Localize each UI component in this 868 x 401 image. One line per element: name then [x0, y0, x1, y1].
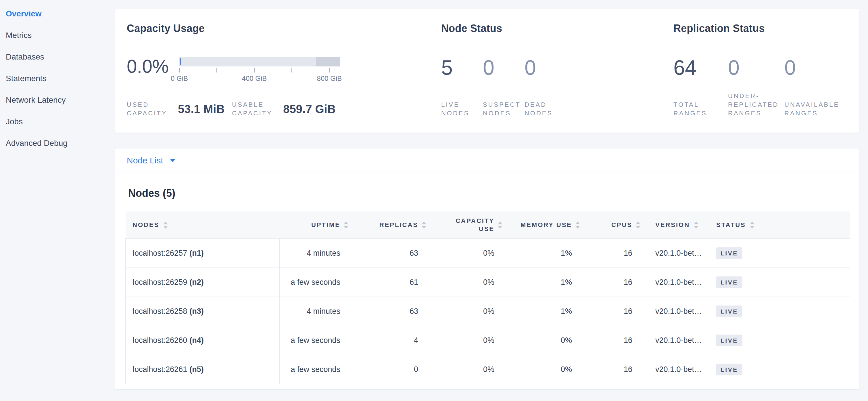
uptime-cell: 4 minutes [280, 239, 352, 268]
version-cell: v20.1.0-bet… [644, 355, 707, 384]
uptime-cell: a few seconds [280, 355, 352, 384]
axis-label-0: 0 GiB [171, 75, 188, 83]
capacity-bar-reserved-segment [316, 57, 340, 66]
live-nodes-label: LIVE NODES [441, 101, 483, 118]
node-id: (n2) [189, 278, 204, 287]
axis-label-800: 800 GiB [317, 75, 342, 83]
capacity-use-cell: 0% [430, 239, 506, 268]
node-address: localhost:26259 [133, 278, 187, 287]
table-row: localhost:26260(n4) a few seconds 4 0% 0… [126, 326, 850, 355]
column-label-status: STATUS [716, 221, 746, 229]
column-header-replicas[interactable]: REPLICAS [352, 211, 430, 239]
capacity-bar [179, 57, 340, 66]
node-address-cell[interactable]: localhost:26260(n4) [126, 326, 280, 355]
capacity-axis-labels: 0 GiB 400 GiB 800 GiB [179, 75, 340, 83]
sidebar-item-statements[interactable]: Statements [6, 67, 115, 89]
sort-icon [632, 222, 644, 229]
sort-icon [163, 222, 168, 229]
used-capacity-value: 53.1 MiB [178, 103, 224, 116]
dead-nodes-value: 0 [525, 56, 566, 80]
sort-icon [572, 222, 584, 229]
sidebar-item-jobs[interactable]: Jobs [6, 111, 115, 132]
column-label-memory-use: MEMORY USE [521, 221, 572, 229]
replicas-cell: 63 [352, 297, 430, 326]
node-list-selector-bar: Node List [115, 148, 859, 173]
sidebar-item-databases[interactable]: Databases [6, 46, 115, 67]
node-id: (n4) [189, 336, 204, 345]
usable-capacity-stat: USABLE CAPACITY 859.7 GiB [232, 101, 335, 118]
node-status-section: Node Status 5 LIVE NODES 0 SUSPECT NODES… [441, 22, 674, 133]
usable-capacity-value: 859.7 GiB [283, 103, 335, 116]
sort-icon [340, 222, 352, 229]
capacity-use-cell: 0% [430, 355, 506, 384]
node-status-title: Node Status [441, 22, 674, 35]
node-address-cell[interactable]: localhost:26259(n2) [126, 268, 280, 297]
node-address: localhost:26260 [133, 336, 187, 345]
nodes-table-title: Nodes (5) [128, 187, 847, 199]
cpus-cell: 16 [584, 268, 644, 297]
node-id: (n1) [189, 249, 204, 257]
suspect-nodes-value: 0 [483, 56, 525, 80]
used-capacity-label: USED CAPACITY [127, 101, 178, 118]
table-row: localhost:26259(n2) a few seconds 61 0% … [126, 268, 850, 297]
status-cell: LIVE [707, 239, 850, 268]
nodes-table-card: Nodes (5) NODES UPTIME REPLICAS CAPACITY… [115, 173, 859, 390]
column-header-memory-use[interactable]: MEMORY USE [506, 211, 584, 239]
version-cell: v20.1.0-bet… [644, 268, 707, 297]
status-cell: LIVE [707, 326, 850, 355]
total-ranges-stat: 64 TOTAL RANGES [674, 56, 728, 118]
column-label-version: VERSION [655, 221, 690, 229]
node-address: localhost:26257 [133, 249, 187, 257]
column-header-version[interactable]: VERSION [644, 211, 707, 239]
capacity-use-cell: 0% [430, 326, 506, 355]
column-header-status[interactable]: STATUS [707, 211, 850, 239]
live-nodes-value: 5 [441, 56, 483, 80]
nodes-table: NODES UPTIME REPLICAS CAPACITY USE MEMOR… [125, 211, 850, 384]
live-nodes-stat: 5 LIVE NODES [441, 56, 483, 118]
node-address-cell[interactable]: localhost:26258(n3) [126, 297, 280, 326]
sidebar-item-network-latency[interactable]: Network Latency [6, 89, 115, 111]
table-row: localhost:26257(n1) 4 minutes 63 0% 1% 1… [126, 239, 850, 268]
capacity-bar-chart: 0 GiB 400 GiB 800 GiB [179, 56, 340, 83]
sort-icon [494, 222, 506, 229]
under-replicated-ranges-stat: 0 UNDER-REPLICATED RANGES [728, 56, 784, 118]
version-cell: v20.1.0-bet… [644, 239, 707, 268]
column-label-cpus: CPUS [611, 221, 632, 229]
capacity-percent: 0.0% [127, 56, 179, 77]
sort-icon [694, 222, 699, 229]
memory-use-cell: 0% [506, 355, 584, 384]
node-id: (n5) [189, 365, 204, 374]
column-header-cpus[interactable]: CPUS [584, 211, 644, 239]
replication-status-title: Replication Status [674, 22, 847, 35]
column-header-nodes[interactable]: NODES [126, 211, 280, 239]
axis-label-400: 400 GiB [242, 75, 267, 83]
under-replicated-ranges-label: UNDER-REPLICATED RANGES [728, 92, 784, 118]
node-address-cell[interactable]: localhost:26257(n1) [126, 239, 280, 268]
node-list-dropdown[interactable]: Node List [127, 155, 175, 165]
suspect-nodes-stat: 0 SUSPECT NODES [483, 56, 525, 118]
version-cell: v20.1.0-bet… [644, 297, 707, 326]
version-cell: v20.1.0-bet… [644, 326, 707, 355]
column-label-capacity-use: CAPACITY USE [451, 217, 494, 233]
sidebar-item-metrics[interactable]: Metrics [6, 24, 115, 46]
table-header-row: NODES UPTIME REPLICAS CAPACITY USE MEMOR… [126, 211, 850, 239]
sidebar-item-advanced-debug[interactable]: Advanced Debug [6, 132, 115, 154]
replicas-cell: 0 [352, 355, 430, 384]
memory-use-cell: 1% [506, 268, 584, 297]
node-address-cell[interactable]: localhost:26261(n5) [126, 355, 280, 384]
capacity-axis-ticks [179, 68, 340, 73]
capacity-usage-title: Capacity Usage [127, 22, 441, 35]
uptime-cell: 4 minutes [280, 297, 352, 326]
status-badge: LIVE [716, 277, 742, 288]
unavailable-ranges-label: UNAVAILABLE RANGES [784, 101, 847, 118]
sort-icon [418, 222, 430, 229]
sidebar-item-overview[interactable]: Overview [6, 3, 115, 24]
dead-nodes-label: DEAD NODES [525, 101, 566, 118]
column-header-uptime[interactable]: UPTIME [280, 211, 352, 239]
replicas-cell: 63 [352, 239, 430, 268]
table-row: localhost:26261(n5) a few seconds 0 0% 0… [126, 355, 850, 384]
used-capacity-stat: USED CAPACITY 53.1 MiB [127, 101, 224, 118]
column-label-replicas: REPLICAS [379, 221, 418, 229]
column-header-capacity-use[interactable]: CAPACITY USE [430, 211, 506, 239]
capacity-usage-section: Capacity Usage 0.0% [127, 22, 441, 133]
